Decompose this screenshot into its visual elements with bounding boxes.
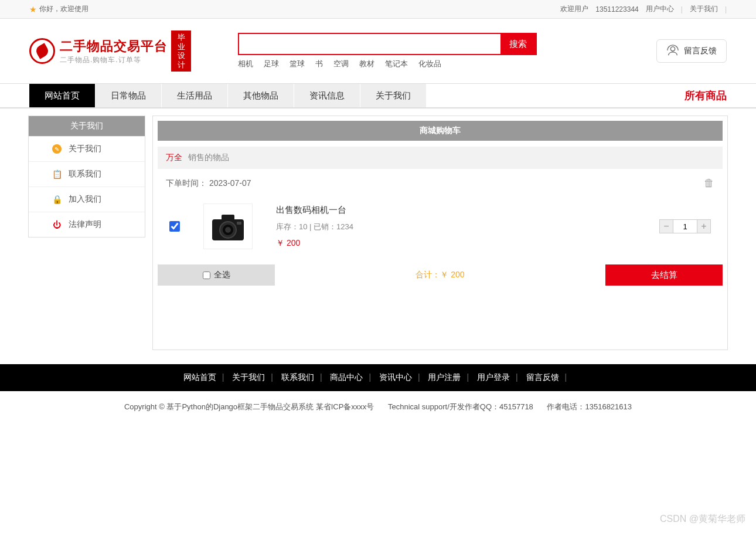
hot-word[interactable]: 书	[315, 59, 323, 69]
item-thumbnail[interactable]	[203, 203, 253, 249]
nav-other[interactable]: 其他物品	[228, 84, 294, 107]
filter-vendor[interactable]: 万全	[166, 152, 182, 162]
footer-link[interactable]: 用户注册	[428, 372, 461, 382]
user-center-link[interactable]: 用户中心	[646, 4, 674, 14]
item-title[interactable]: 出售数码相机一台	[276, 205, 636, 216]
main-nav: 网站首页 日常物品 生活用品 其他物品 资讯信息 关于我们 所有商品	[0, 84, 756, 107]
sidebar-item-join[interactable]: 🔒 加入我们	[29, 186, 145, 212]
footer-info: Copyright © 基于Python的Django框架二手物品交易系统 某省…	[0, 391, 756, 423]
power-icon: ⏻	[52, 220, 62, 229]
hot-word[interactable]: 教材	[359, 59, 374, 69]
footer-link[interactable]: 用户登录	[477, 372, 510, 382]
footer-link[interactable]: 联系我们	[281, 372, 314, 382]
feedback-button[interactable]: 留言反馈	[656, 39, 727, 63]
content: 商城购物车 万全 销售的物品 下单时间： 2023-07-07 🗑	[152, 116, 728, 350]
select-all-checkbox[interactable]	[203, 272, 210, 279]
user-phone[interactable]: 13511223344	[595, 5, 638, 13]
footer-link[interactable]: 资讯中心	[379, 372, 412, 382]
footer-link[interactable]: 网站首页	[183, 372, 216, 382]
order-time-row: 下单时间： 2023-07-07 🗑	[158, 169, 723, 198]
filter-desc: 销售的物品	[188, 152, 229, 162]
footer-link[interactable]: 商品中心	[330, 372, 363, 382]
checkout-button[interactable]: 去结算	[605, 264, 723, 286]
nav-life[interactable]: 生活用品	[162, 84, 228, 107]
welcome-user-label: 欢迎用户	[560, 4, 588, 14]
sidebar-item-label: 加入我们	[69, 194, 101, 205]
select-all-label: 全选	[214, 270, 230, 280]
item-info: 出售数码相机一台 库存：10 | 已销：1234 ￥ 200	[276, 205, 636, 249]
sidebar: 关于我们 关于我们 📋 联系我们 🔒 加入我们 ⏻ 法律声明	[28, 116, 145, 238]
hot-words: 相机 足球 篮球 书 空调 教材 笔记本 化妆品	[238, 59, 537, 69]
search-button[interactable]: 搜索	[500, 34, 536, 54]
search-row: 搜索	[238, 33, 537, 55]
item-price: ￥ 200	[276, 238, 636, 249]
svg-rect-2	[222, 215, 234, 220]
top-bar: ★ 你好，欢迎使用 欢迎用户 13511223344 用户中心 | 关于我们 |	[0, 0, 756, 19]
top-welcome: ★ 你好，欢迎使用	[29, 4, 88, 14]
nav-home[interactable]: 网站首页	[29, 84, 96, 107]
footer-link[interactable]: 关于我们	[232, 372, 265, 382]
top-right: 欢迎用户 13511223344 用户中心 | 关于我们 |	[560, 4, 727, 14]
star-icon: ★	[29, 5, 37, 14]
nav-news[interactable]: 资讯信息	[294, 84, 360, 107]
about-link[interactable]: 关于我们	[690, 4, 718, 14]
author-phone: 作者电话：13516821613	[547, 402, 632, 411]
trash-icon[interactable]: 🗑	[704, 177, 714, 189]
total-label: 合计：	[416, 270, 440, 280]
svg-point-5	[225, 227, 231, 233]
clipboard-icon: 📋	[52, 169, 62, 179]
footer-link[interactable]: 留言反馈	[526, 372, 559, 382]
sidebar-item-contact[interactable]: 📋 联系我们	[29, 161, 145, 186]
quantity-stepper: − +	[659, 219, 711, 233]
nav-all-products[interactable]: 所有商品	[685, 89, 727, 103]
sidebar-item-legal[interactable]: ⏻ 法律声明	[29, 212, 145, 237]
sidebar-title: 关于我们	[29, 116, 145, 136]
sidebar-item-label: 联系我们	[69, 169, 101, 179]
tech-support: Technical support/开发作者QQ：45157718	[388, 402, 533, 411]
nav-about[interactable]: 关于我们	[360, 84, 427, 107]
logo-block[interactable]: 二手物品交易平台 二手物品.购物车.订单等 毕业设计	[29, 30, 191, 72]
search-block: 搜索 相机 足球 篮球 书 空调 教材 笔记本 化妆品	[238, 33, 537, 69]
edit-icon	[52, 144, 62, 154]
qty-decrease-button[interactable]: −	[659, 219, 673, 233]
header: 二手物品交易平台 二手物品.购物车.订单等 毕业设计 搜索 相机 足球 篮球 书…	[0, 19, 756, 77]
logo-title: 二手物品交易平台	[60, 38, 168, 55]
qty-input[interactable]	[673, 219, 697, 233]
svg-point-0	[670, 47, 675, 51]
hot-word[interactable]: 笔记本	[385, 59, 408, 69]
qty-increase-button[interactable]: +	[697, 219, 711, 233]
item-meta: 库存：10 | 已销：1234	[276, 222, 636, 232]
nav-wrap: 网站首页 日常物品 生活用品 其他物品 资讯信息 关于我们 所有商品	[0, 83, 756, 108]
footer-nav: 网站首页| 关于我们| 联系我们| 商品中心| 资讯中心| 用户注册| 用户登录…	[0, 364, 756, 391]
logo-text: 二手物品交易平台 二手物品.购物车.订单等 毕业设计	[60, 30, 191, 72]
sidebar-item-label: 法律声明	[69, 219, 101, 230]
lock-icon: 🔒	[52, 195, 62, 204]
cart-title: 商城购物车	[158, 121, 723, 141]
filter-row: 万全 销售的物品	[158, 147, 723, 169]
item-checkbox[interactable]	[169, 221, 180, 232]
search-input[interactable]	[239, 34, 500, 54]
logo-subtitle: 二手物品.购物车.订单等	[60, 55, 168, 65]
camera-icon	[207, 209, 248, 244]
total-value: ￥ 200	[440, 270, 464, 280]
cart-item: 出售数码相机一台 库存：10 | 已销：1234 ￥ 200 − +	[158, 198, 723, 261]
logo-badge: 毕业设计	[171, 30, 191, 72]
feedback-label: 留言反馈	[684, 46, 717, 56]
hot-word[interactable]: 相机	[238, 59, 253, 69]
total-block: 合计： ￥ 200	[275, 264, 605, 286]
cart-footer: 全选 合计： ￥ 200 去结算	[158, 264, 723, 286]
hot-word[interactable]: 篮球	[290, 59, 305, 69]
sidebar-item-about[interactable]: 关于我们	[29, 136, 145, 161]
hot-word[interactable]: 足球	[264, 59, 279, 69]
main-area: 关于我们 关于我们 📋 联系我们 🔒 加入我们 ⏻ 法律声明 商城购物车 万全 …	[0, 108, 756, 357]
hot-word[interactable]: 化妆品	[418, 59, 441, 69]
order-time-value: 2023-07-07	[209, 178, 251, 188]
select-all-block[interactable]: 全选	[158, 264, 275, 286]
divider: |	[681, 5, 683, 13]
headset-icon	[666, 45, 679, 57]
welcome-text: 你好，欢迎使用	[39, 4, 88, 14]
nav-daily[interactable]: 日常物品	[96, 84, 162, 107]
hot-word[interactable]: 空调	[333, 59, 349, 69]
divider: |	[725, 5, 727, 13]
order-time-label: 下单时间：	[166, 178, 207, 188]
